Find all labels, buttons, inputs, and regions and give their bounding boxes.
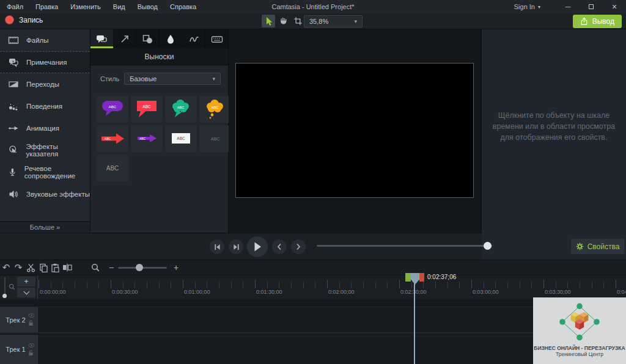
callout-cloud[interactable]: ABC (165, 96, 197, 123)
play-button[interactable] (247, 236, 268, 257)
film-strip-icon (8, 35, 19, 46)
callout-arrow-purple[interactable]: ABC (131, 125, 163, 152)
menu-view[interactable]: Вид (113, 3, 125, 10)
callout-speech-angular[interactable]: ABC (131, 96, 163, 123)
timeline-header-controls: + (0, 275, 38, 299)
ruler-label: 0:01:00;00 (184, 289, 210, 295)
sidebar-more-button[interactable]: Больше » (0, 221, 90, 233)
svg-text:ABC: ABC (212, 106, 218, 109)
record-button[interactable]: Запись (5, 15, 43, 24)
add-track-button[interactable]: + (17, 277, 35, 286)
main-toolbar: Запись (0, 13, 626, 29)
sketch-motion-tab-icon (188, 34, 200, 45)
timeline-zoom-in-button[interactable]: + (170, 260, 182, 275)
crop-icon (293, 16, 303, 26)
step-back-button[interactable] (210, 239, 224, 254)
sidebar-item-transitions[interactable]: Переходы (0, 73, 90, 95)
next-clip-button[interactable] (291, 239, 306, 254)
undo-button[interactable]: ↶ (0, 260, 12, 275)
svg-text:ABC: ABC (177, 136, 185, 140)
previous-clip-button[interactable] (272, 239, 287, 254)
speaker-icon (8, 189, 19, 200)
sidebar-item-voice-narration[interactable]: Речевое сопровождение (0, 161, 90, 183)
callout-speech-rounded[interactable]: ABC (97, 96, 128, 123)
tab-arrows[interactable] (114, 29, 137, 48)
chevron-down-icon (23, 289, 29, 295)
timeline-zoom-button[interactable] (89, 260, 101, 275)
collapse-tracks-button[interactable] (17, 288, 35, 297)
track-height-slider-knob[interactable] (2, 294, 7, 298)
chevron-down-icon: ▾ (538, 4, 540, 10)
zoom-level-select[interactable]: 35,8% ▾ (304, 15, 363, 27)
cut-button[interactable] (24, 260, 37, 275)
video-canvas[interactable] (235, 63, 474, 198)
style-value: Базовые (130, 75, 156, 82)
timeline-ruler[interactable]: 0:00:00;00 0:00:30;00 0:01:00;00 0:01:30… (38, 275, 626, 299)
sidebar-label: Переходы (26, 81, 59, 88)
seek-slider-knob[interactable] (484, 242, 492, 250)
sidebar-item-audio-effects[interactable]: Звуковые эффекты (0, 183, 90, 205)
redo-button[interactable]: ↷ (12, 260, 24, 275)
track-row[interactable]: Трек 2 (0, 307, 626, 333)
callout-arrow-red[interactable]: ABC (97, 125, 128, 152)
tab-callouts[interactable] (90, 29, 114, 48)
microphone-icon (8, 167, 17, 178)
pan-tool-button[interactable] (276, 15, 290, 27)
keyboard-tab-icon (211, 34, 223, 45)
sidebar-label: Файлы (26, 37, 49, 44)
sidebar-item-behaviors[interactable]: Поведения (0, 95, 90, 117)
style-select[interactable]: Базовые ▾ (124, 73, 221, 85)
minimize-button[interactable]: ─ (556, 0, 580, 13)
lock-icon[interactable] (28, 350, 34, 356)
close-button[interactable]: × (603, 0, 626, 13)
playhead-out-handle[interactable] (419, 273, 424, 282)
tab-keystroke[interactable] (205, 29, 228, 48)
sidebar-item-animations[interactable]: Анимация (0, 117, 90, 139)
svg-text:ABC: ABC (177, 106, 184, 109)
menu-modify[interactable]: Изменить (70, 3, 101, 10)
properties-panel: Щёлкните по объекту на шкале времени или… (482, 29, 626, 260)
menu-edit[interactable]: Правка (35, 3, 58, 10)
paste-button[interactable] (49, 260, 61, 275)
maximize-button[interactable] (580, 0, 603, 13)
preview-area (229, 29, 482, 233)
seek-slider[interactable] (317, 245, 492, 247)
share-icon (580, 17, 588, 26)
tab-blur[interactable] (160, 29, 183, 48)
eye-icon[interactable] (28, 313, 35, 318)
menu-help[interactable]: Справка (170, 3, 196, 10)
crop-tool-button[interactable] (291, 15, 304, 27)
copy-button[interactable] (37, 260, 50, 275)
properties-button[interactable]: Свойства (571, 239, 624, 254)
sidebar-item-cursor-effects[interactable]: Эффекты указателя (0, 139, 90, 161)
split-button[interactable] (61, 260, 73, 275)
menu-share[interactable]: Вывод (138, 3, 158, 10)
sidebar-item-media[interactable]: Файлы (0, 29, 90, 51)
export-button[interactable]: Вывод (573, 15, 622, 28)
playhead-line[interactable] (414, 280, 415, 364)
callout-grid: ABC ABC ABC (90, 91, 228, 181)
playhead-in-handle[interactable] (405, 273, 411, 282)
eye-icon[interactable] (28, 343, 35, 348)
cursor-effects-icon (8, 145, 18, 156)
svg-text:ABC: ABC (211, 137, 219, 141)
chevron-right-icon (295, 243, 301, 250)
tab-shapes[interactable] (136, 29, 160, 48)
timeline-gap (0, 299, 626, 307)
tab-sketch-motion[interactable] (183, 29, 206, 48)
svg-text:ABC: ABC (109, 105, 117, 109)
lock-icon[interactable] (28, 320, 34, 326)
sidebar-item-annotations[interactable]: a Примечания (0, 51, 90, 73)
callout-thought-cloud[interactable]: ABC (199, 96, 231, 123)
callout-text-small[interactable]: ABC (199, 125, 231, 152)
step-forward-button[interactable] (229, 239, 243, 254)
track-row[interactable]: Трек 1 (0, 335, 626, 364)
timeline-zoom-slider-knob[interactable] (136, 264, 143, 271)
select-tool-button[interactable] (262, 15, 275, 27)
callout-text-large[interactable]: ABC (97, 155, 128, 181)
sign-in-menu[interactable]: Sign In ▾ (514, 3, 540, 10)
menu-file[interactable]: Файл (7, 3, 23, 10)
timeline-zoom-out-button[interactable]: − (105, 260, 117, 275)
callout-rectangle[interactable]: ABC (165, 125, 197, 152)
sign-in-label: Sign In (514, 3, 535, 10)
